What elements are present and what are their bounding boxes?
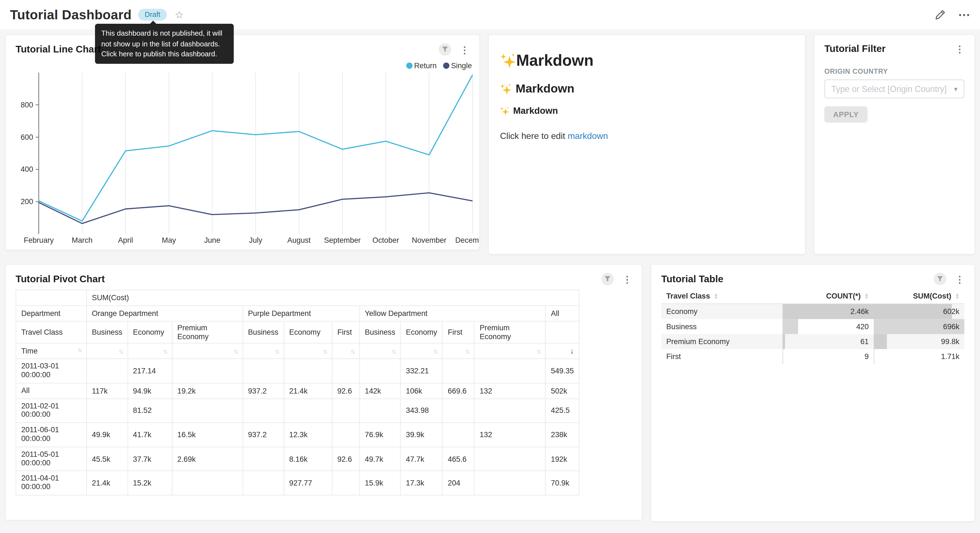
filter-indicator-icon[interactable]: [934, 273, 946, 285]
filter-indicator-icon[interactable]: [601, 273, 614, 285]
sparkles-icon: [500, 106, 509, 115]
sort-icon[interactable]: ↑↓: [389, 348, 395, 354]
y-tick-label: 800: [21, 101, 33, 109]
card-actions: ⋮: [954, 44, 966, 54]
pivot-cell: [474, 359, 546, 383]
sort-icon[interactable]: ↑↓: [231, 348, 237, 354]
pivot-sort-cell: ↓: [546, 343, 579, 359]
sort-icon[interactable]: ↑↓: [320, 348, 327, 354]
x-tick-label: April: [118, 236, 133, 244]
column-sorter-icon[interactable]: ▲▼: [714, 294, 718, 299]
pivot-class-header: Business: [360, 321, 401, 343]
table-row[interactable]: First91.71k: [661, 349, 964, 364]
cell-count: 61: [783, 334, 874, 349]
origin-country-select[interactable]: Type or Select [Origin Country] ▾: [824, 80, 964, 98]
result-table-wrapper: Travel Class▲▼COUNT(*)▲▼SUM(Cost)▲▼Econo…: [651, 288, 974, 364]
sort-icon[interactable]: ↑↓: [463, 348, 469, 354]
column-sorter-icon[interactable]: ▲▼: [864, 294, 869, 299]
pivot-cell: 39.9k: [401, 423, 442, 447]
chart-title: Tutorial Pivot Chart: [16, 273, 105, 285]
column-sorter-icon[interactable]: ▲▼: [955, 294, 959, 299]
more-options-icon[interactable]: ⋯: [958, 9, 970, 21]
pivot-sort-cell: ↑↓: [401, 343, 442, 359]
table-row[interactable]: Business420696k: [661, 319, 964, 334]
sort-icon[interactable]: ↑↓: [348, 348, 354, 354]
pivot-cell: [172, 399, 243, 423]
markdown-paragraph-text: Click here to edit: [500, 131, 568, 140]
markdown-link[interactable]: markdown: [568, 131, 608, 140]
markdown-h1: Markdown: [500, 51, 794, 70]
markdown-h2: Markdown: [500, 82, 794, 96]
pivot-cell: 8.16k: [284, 447, 332, 471]
chart-kebab-icon[interactable]: ⋮: [459, 45, 471, 54]
filter-title: Tutorial Filter: [824, 43, 886, 54]
cell-bar: [874, 334, 887, 349]
table-row[interactable]: Economy2.46k602k: [661, 304, 964, 319]
line-chart-plot[interactable]: 200400600800FebruaryMarchAprilMayJuneJul…: [6, 60, 480, 248]
sort-icon[interactable]: ↑↓: [272, 348, 278, 354]
pivot-measure-label: SUM(Cost): [87, 290, 579, 306]
sort-icon[interactable]: ↑↓: [161, 348, 167, 354]
pivot-time-label: ↑↓Time: [16, 343, 87, 359]
pivot-cell: 204: [442, 471, 474, 495]
sort-desc-icon[interactable]: ↓: [568, 346, 574, 356]
markdown-paragraph: Click here to edit markdown: [500, 131, 794, 140]
pivot-cell: 92.6: [332, 447, 360, 471]
x-tick-label: March: [72, 236, 92, 244]
apply-button[interactable]: APPLY: [824, 106, 867, 123]
pivot-cell: 192k: [546, 447, 579, 471]
pivot-chart-card: Tutorial Pivot Chart ⋮ SUM(Cost)Departme…: [5, 264, 643, 520]
pivot-cell: 502k: [546, 383, 579, 399]
x-tick-label: February: [24, 236, 54, 244]
chart-kebab-icon[interactable]: ⋮: [954, 44, 966, 54]
sort-icon[interactable]: ↑↓: [75, 346, 81, 353]
cell-travel-class: Premium Economy: [661, 334, 782, 349]
chevron-down-icon: ▾: [954, 85, 958, 93]
sort-icon[interactable]: ↑↓: [431, 348, 437, 354]
pivot-class-header: Business: [243, 321, 284, 343]
pivot-row-label: 2011-04-0100:00:00: [16, 471, 87, 495]
markdown-h3-text: Markdown: [513, 106, 558, 116]
pivot-class-header: First: [442, 321, 474, 343]
result-table: Travel Class▲▼COUNT(*)▲▼SUM(Cost)▲▼Econo…: [661, 288, 964, 364]
pivot-department-header: Yellow Department: [360, 306, 546, 321]
pivot-cell: 238k: [546, 423, 579, 447]
sort-icon[interactable]: ↑↓: [534, 348, 540, 354]
cell-count: 2.46k: [783, 304, 874, 319]
pivot-class-label: Travel Class: [16, 321, 87, 343]
edit-dashboard-icon[interactable]: [935, 10, 945, 20]
table-row[interactable]: Premium Economy6199.8k: [661, 334, 964, 349]
pivot-cell: 17.3k: [401, 471, 442, 495]
pivot-cell: 332.21: [401, 359, 442, 383]
pivot-row: 2011-05-0100:00:0045.5k37.7k2.69k8.16k92…: [16, 447, 579, 471]
chart-title: Tutorial Table: [661, 273, 723, 285]
cell-travel-class: Business: [661, 319, 782, 334]
filter-indicator-icon[interactable]: [439, 43, 451, 56]
pivot-cell: [87, 399, 128, 423]
pivot-cell: [172, 359, 243, 383]
column-header-travel-class[interactable]: Travel Class▲▼: [661, 288, 782, 303]
pivot-blank-cell: [546, 321, 579, 343]
publish-tooltip[interactable]: This dashboard is not published, it will…: [95, 24, 234, 64]
column-header-sum-cost[interactable]: SUM(Cost)▲▼: [874, 288, 964, 303]
chart-kebab-icon[interactable]: ⋮: [954, 274, 966, 284]
pivot-measure-row: SUM(Cost): [16, 290, 579, 306]
column-header-count[interactable]: COUNT(*)▲▼: [783, 288, 874, 303]
pivot-row: 2011-03-0100:00:00217.14332.21549.35: [16, 359, 579, 383]
pivot-sort-cell: ↑↓: [243, 343, 284, 359]
pivot-cell: 669.6: [442, 383, 474, 399]
markdown-body[interactable]: Markdown Markdown Markdown Click here to…: [488, 51, 805, 141]
draft-badge[interactable]: Draft: [138, 9, 167, 21]
sparkles-icon: [500, 83, 512, 95]
pivot-class-header: Economy: [284, 321, 332, 343]
pivot-row-label: 2011-03-0100:00:00: [16, 359, 87, 383]
pivot-cell: 81.52: [127, 399, 172, 423]
pivot-department-row: DepartmentOrange DepartmentPurple Depart…: [16, 306, 579, 321]
chart-kebab-icon[interactable]: ⋮: [621, 274, 633, 284]
filter-field-label: ORIGIN COUNTRY: [824, 68, 964, 75]
x-tick-label: October: [372, 236, 399, 244]
favorite-star-icon[interactable]: ☆: [175, 9, 184, 21]
pivot-cell: 92.6: [332, 383, 360, 399]
sort-icon[interactable]: ↑↓: [116, 348, 122, 354]
pivot-sort-cell: ↑↓: [360, 343, 401, 359]
